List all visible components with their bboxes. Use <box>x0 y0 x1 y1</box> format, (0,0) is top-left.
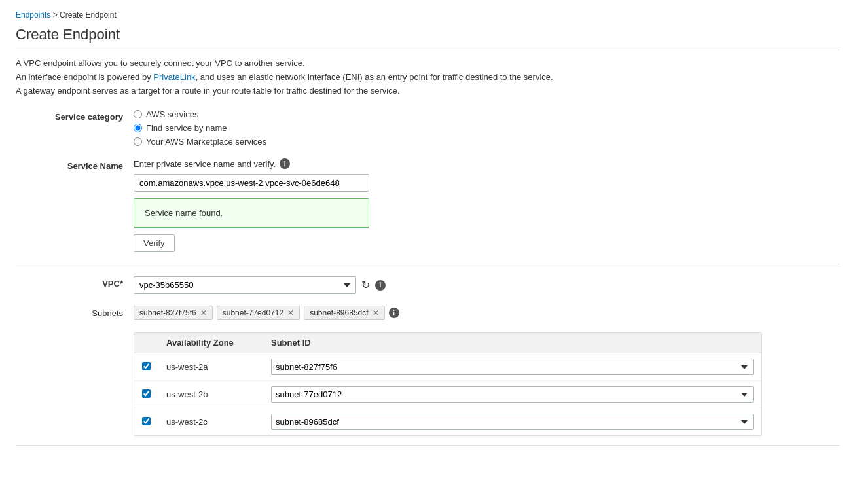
radio-aws-services-label: AWS services <box>146 109 198 119</box>
service-name-label: Service Name <box>16 158 134 171</box>
subnets-info-icon[interactable]: i <box>389 308 399 318</box>
row0-subnet-select-cell: subnet-827f75f6 <box>263 353 761 381</box>
service-name-info-icon[interactable]: i <box>280 158 290 169</box>
row2-subnet-select[interactable]: subnet-89685dcf <box>271 414 754 430</box>
subnets-row: Subnets subnet-827f75f6 ✕ subnet-77ed071… <box>16 306 839 320</box>
breadcrumb-parent-link[interactable]: Endpoints <box>16 10 50 20</box>
verify-button[interactable]: Verify <box>134 234 175 252</box>
radio-find-service[interactable]: Find service by name <box>134 123 839 133</box>
vpc-controls-row: vpc-35b65550 ↻ i <box>134 276 839 294</box>
breadcrumb: Endpoints > Create Endpoint <box>16 10 839 20</box>
row0-subnet-select[interactable]: subnet-827f75f6 <box>271 359 754 375</box>
subnet-tag-0-remove[interactable]: ✕ <box>200 308 207 317</box>
vpc-info-icon[interactable]: i <box>375 280 386 291</box>
row0-check-cell <box>134 353 158 381</box>
description-line2-prefix: An interface endpoint is powered by <box>16 72 153 82</box>
row0-az: us-west-2a <box>158 353 263 381</box>
service-category-row: Service category AWS services Find servi… <box>16 109 839 147</box>
page-title: Create Endpoint <box>16 26 839 50</box>
service-name-hint-text: Enter private service name and verify. <box>134 159 276 169</box>
radio-find-service-input[interactable] <box>134 124 142 132</box>
radio-marketplace[interactable]: Your AWS Marketplace services <box>134 137 839 147</box>
service-name-content: Enter private service name and verify. i… <box>134 158 839 252</box>
description-line3: A gateway endpoint serves as a target fo… <box>16 84 839 98</box>
subnet-col-subnet-id: Subnet ID <box>263 333 761 353</box>
row2-subnet-select-cell: subnet-89685dcf <box>263 408 761 436</box>
radio-marketplace-input[interactable] <box>134 137 142 146</box>
vpc-select[interactable]: vpc-35b65550 <box>134 276 356 294</box>
table-row: us-west-2b subnet-77ed0712 <box>134 381 761 408</box>
subnet-table-container: Availability Zone Subnet ID us-west-2a s… <box>134 332 762 436</box>
service-found-box: Service name found. <box>134 198 369 228</box>
subnets-section: Subnets subnet-827f75f6 ✕ subnet-77ed071… <box>16 306 839 320</box>
row0-checkbox[interactable] <box>142 362 151 370</box>
vpc-row: VPC* vpc-35b65550 ↻ i <box>16 276 839 294</box>
row2-checkbox[interactable] <box>142 417 151 425</box>
subnet-tag-2-remove[interactable]: ✕ <box>373 308 379 317</box>
subnet-tag-1-remove[interactable]: ✕ <box>287 308 294 317</box>
subnets-tags-row: subnet-827f75f6 ✕ subnet-77ed0712 ✕ subn… <box>134 306 839 320</box>
subnets-label: Subnets <box>16 306 134 318</box>
service-name-hint-row: Enter private service name and verify. i <box>134 158 839 169</box>
service-category-label: Service category <box>16 109 134 122</box>
description-line1: A VPC endpoint allows you to securely co… <box>16 57 839 71</box>
table-row: us-west-2c subnet-89685dcf <box>134 408 761 436</box>
radio-marketplace-label: Your AWS Marketplace services <box>146 137 266 147</box>
service-name-section: Service Name Enter private service name … <box>16 158 839 252</box>
service-name-input[interactable] <box>134 174 369 192</box>
row2-check-cell <box>134 408 158 436</box>
subnets-content: subnet-827f75f6 ✕ subnet-77ed0712 ✕ subn… <box>134 306 839 320</box>
subnet-tag-1: subnet-77ed0712 ✕ <box>217 306 300 320</box>
radio-aws-services[interactable]: AWS services <box>134 109 839 119</box>
description-line2: An interface endpoint is powered by Priv… <box>16 71 839 84</box>
vpc-label: VPC* <box>16 276 134 289</box>
subnet-table-body: us-west-2a subnet-827f75f6 us-west-2b su… <box>134 353 761 436</box>
page-description: A VPC endpoint allows you to securely co… <box>16 57 839 98</box>
subnet-table-header-row: Availability Zone Subnet ID <box>134 333 761 353</box>
service-category-section: Service category AWS services Find servi… <box>16 109 839 147</box>
row1-az: us-west-2b <box>158 381 263 408</box>
row1-checkbox[interactable] <box>142 389 151 398</box>
service-name-row: Service Name Enter private service name … <box>16 158 839 252</box>
vpc-content: vpc-35b65550 ↻ i <box>134 276 839 294</box>
row1-subnet-select-cell: subnet-77ed0712 <box>263 381 761 408</box>
row2-az: us-west-2c <box>158 408 263 436</box>
subnet-col-az: Availability Zone <box>158 333 263 353</box>
private-link[interactable]: PrivateLink <box>153 72 195 82</box>
row1-check-cell <box>134 381 158 408</box>
section-divider-1 <box>16 264 839 264</box>
subnet-col-check <box>134 333 158 353</box>
subnet-tag-0: subnet-827f75f6 ✕ <box>134 306 213 320</box>
subnet-table: Availability Zone Subnet ID us-west-2a s… <box>134 333 761 435</box>
service-found-message: Service name found. <box>145 208 223 218</box>
radio-aws-services-input[interactable] <box>134 110 142 118</box>
subnet-tag-1-label: subnet-77ed0712 <box>223 308 283 317</box>
subnet-tag-2-label: subnet-89685dcf <box>310 308 368 317</box>
refresh-icon[interactable]: ↻ <box>361 279 370 291</box>
service-category-radio-group: AWS services Find service by name Your A… <box>134 109 839 147</box>
breadcrumb-current: Create Endpoint <box>60 10 117 20</box>
breadcrumb-separator: > <box>53 10 60 20</box>
service-category-content: AWS services Find service by name Your A… <box>134 109 839 147</box>
bottom-divider <box>16 445 839 446</box>
row1-subnet-select[interactable]: subnet-77ed0712 <box>271 386 754 403</box>
vpc-section: VPC* vpc-35b65550 ↻ i <box>16 276 839 294</box>
table-row: us-west-2a subnet-827f75f6 <box>134 353 761 381</box>
subnet-table-head: Availability Zone Subnet ID <box>134 333 761 353</box>
description-line2-suffix: , and uses an elastic network interface … <box>196 72 553 82</box>
subnet-tag-2: subnet-89685dcf ✕ <box>304 306 384 320</box>
subnet-tag-0-label: subnet-827f75f6 <box>139 308 196 317</box>
radio-find-service-label: Find service by name <box>146 123 227 133</box>
